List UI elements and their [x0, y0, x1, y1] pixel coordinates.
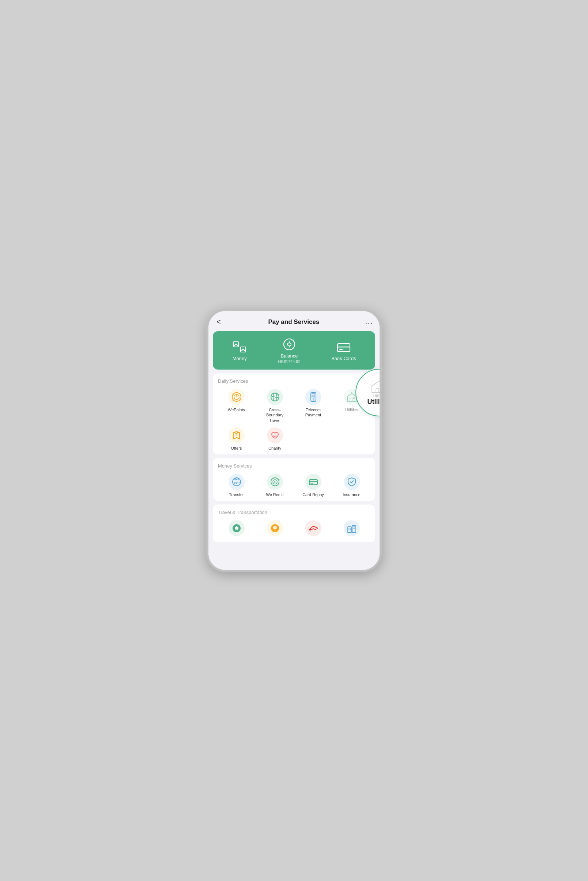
- insurance-label: Insurance: [343, 492, 360, 497]
- svg-rect-17: [376, 389, 379, 393]
- we-remit-label: We Remit: [266, 492, 284, 497]
- utilities-popup-icon: [370, 379, 380, 393]
- banner-item-money[interactable]: Money: [232, 340, 247, 361]
- transfer-label: Transfer: [229, 492, 244, 497]
- banner-item-balance[interactable]: Balance HK$1744.92: [278, 338, 300, 364]
- service-item-charity[interactable]: Charity: [256, 427, 293, 451]
- service-item-grab[interactable]: [218, 520, 255, 538]
- svg-rect-29: [309, 479, 317, 485]
- screen: < Pay and Services ... Money: [208, 311, 380, 570]
- cross-boundary-icon: [267, 389, 283, 405]
- openrice-icon: [267, 520, 283, 536]
- svg-rect-41: [348, 529, 350, 530]
- svg-rect-39: [348, 528, 350, 529]
- money-services-title: Money Services: [218, 463, 370, 469]
- utilities-label: Utilities: [345, 407, 358, 412]
- utilities-popup-big: Utilities: [367, 398, 380, 406]
- cross-boundary-label: Cross- Boundary Travel: [266, 407, 284, 423]
- header: < Pay and Services ...: [208, 311, 380, 331]
- phone-frame: < Pay and Services ... Money: [206, 309, 382, 572]
- bottom-spacer: [208, 546, 380, 553]
- utilities-popup: Utilities Utilities: [356, 369, 380, 417]
- money-icon: [232, 340, 247, 354]
- svg-rect-44: [354, 526, 356, 527]
- money-services-section: Money Services FPS Transfer: [213, 458, 375, 501]
- green-banner: Money Balance HK$1744.92: [213, 331, 375, 370]
- citywalk-icon: [344, 520, 360, 536]
- svg-point-13: [313, 400, 314, 401]
- daily-services-section: Daily Services WePoints: [213, 373, 375, 454]
- offers-icon: [228, 427, 244, 443]
- svg-text:$: $: [312, 395, 314, 398]
- svg-rect-4: [338, 346, 350, 348]
- svg-point-2: [284, 339, 295, 350]
- service-item-utilities[interactable]: Utilities Utilities: [333, 389, 370, 423]
- money-services-grid: FPS Transfer $: [218, 474, 370, 497]
- charity-label: Charity: [268, 446, 281, 451]
- balance-icon: [282, 338, 297, 351]
- svg-rect-14: [350, 398, 352, 402]
- service-item-telecom[interactable]: $ Telecom Payment: [295, 389, 332, 423]
- svg-rect-43: [353, 526, 354, 527]
- grab-icon: [228, 520, 244, 536]
- svg-rect-15: [353, 397, 355, 399]
- utilities-popup-small: Utilities: [374, 394, 380, 398]
- svg-rect-34: [237, 529, 238, 530]
- svg-rect-42: [350, 529, 351, 530]
- service-item-cross-boundary[interactable]: Cross- Boundary Travel: [256, 389, 293, 423]
- travel-services-title: Travel & Transportation: [218, 509, 370, 515]
- service-item-we-remit[interactable]: $ We Remit: [256, 474, 293, 497]
- insurance-icon: [344, 474, 360, 490]
- money-label: Money: [232, 356, 247, 361]
- service-item-airasia[interactable]: [295, 520, 332, 538]
- wepoints-icon: [228, 389, 244, 405]
- travel-services-section: Travel & Transportation: [213, 505, 375, 542]
- svg-rect-46: [354, 528, 356, 529]
- service-item-transfer[interactable]: FPS Transfer: [218, 474, 255, 497]
- service-item-offers[interactable]: Offers: [218, 427, 255, 451]
- balance-value: HK$1744.92: [278, 360, 300, 364]
- back-button[interactable]: <: [215, 316, 222, 328]
- service-item-openrice[interactable]: [256, 520, 293, 538]
- service-item-card-repay[interactable]: Card Repay: [295, 474, 332, 497]
- transfer-icon: FPS: [228, 474, 244, 490]
- page-title: Pay and Services: [268, 318, 319, 326]
- wepoints-label: WePoints: [228, 407, 245, 412]
- balance-label: Balance: [281, 353, 298, 359]
- service-item-citywalk[interactable]: [333, 520, 370, 538]
- svg-rect-45: [353, 528, 354, 529]
- charity-icon: [267, 427, 283, 443]
- service-item-wepoints[interactable]: WePoints: [218, 389, 255, 423]
- svg-text:$: $: [274, 480, 276, 484]
- svg-rect-33: [236, 529, 237, 530]
- bank-cards-icon: [336, 340, 351, 354]
- more-button[interactable]: ...: [365, 318, 373, 326]
- bank-cards-label: Bank Cards: [331, 356, 356, 361]
- travel-services-grid: [218, 520, 370, 538]
- daily-services-grid: WePoints Cross- Boundary Travel: [218, 389, 370, 451]
- banner-item-bank-cards[interactable]: Bank Cards: [331, 340, 356, 361]
- offers-label: Offers: [231, 446, 242, 451]
- svg-text:FPS: FPS: [234, 478, 240, 481]
- card-repay-icon: [305, 474, 321, 490]
- service-item-insurance[interactable]: Insurance: [333, 474, 370, 497]
- telecom-label: Telecom Payment: [305, 407, 321, 418]
- svg-point-23: [235, 432, 238, 434]
- svg-rect-40: [350, 528, 351, 529]
- telecom-icon: $: [305, 389, 321, 405]
- daily-services-title: Daily Services: [218, 378, 370, 384]
- card-repay-label: Card Repay: [302, 492, 324, 497]
- we-remit-icon: $: [267, 474, 283, 490]
- airasia-icon: [305, 520, 321, 536]
